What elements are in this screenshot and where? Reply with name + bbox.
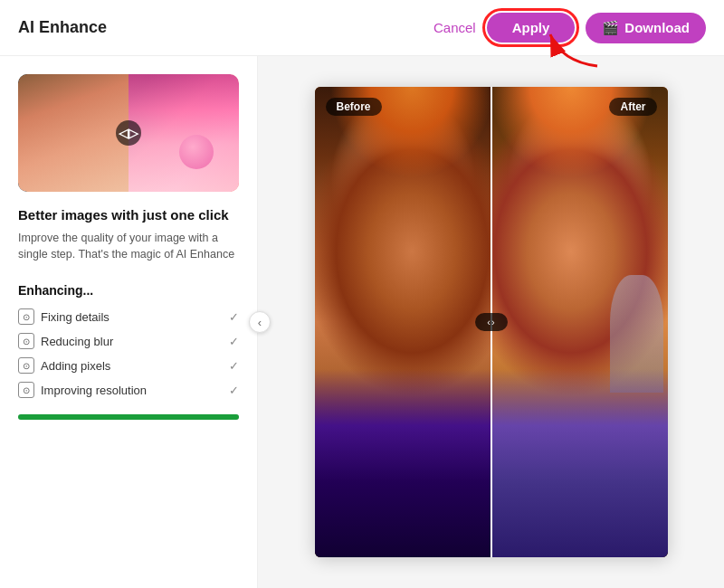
collapse-sidebar-button[interactable]: ‹ [249, 311, 271, 333]
handle-right-icon: › [491, 317, 495, 327]
step-check-pixels: ✓ [229, 359, 239, 373]
download-label: Download [624, 20, 690, 35]
compare-handle[interactable]: ‹ › [475, 313, 508, 331]
bubble-gum [179, 135, 214, 169]
sidebar-desc: Improve the quality of your image with a… [18, 230, 239, 264]
compare-wrapper[interactable]: Before After ‹ › [315, 87, 668, 557]
main-content: Before After ‹ › [258, 56, 724, 588]
cancel-button[interactable]: Cancel [433, 20, 476, 35]
step-label-blur: Reducing blur [41, 335, 113, 348]
step-icon-pixels: ⊙ [18, 357, 34, 374]
list-item: ⊙ Improving resolution ✓ [18, 382, 239, 398]
compare-before-panel [315, 87, 491, 557]
step-left: ⊙ Improving resolution [18, 382, 147, 398]
apply-button[interactable]: Apply [487, 13, 576, 43]
step-left: ⊙ Fixing details [18, 308, 110, 325]
enhancing-title: Enhancing... [18, 283, 239, 298]
before-jacket [315, 369, 491, 557]
compare-after-panel [491, 87, 668, 557]
preview-before [18, 74, 129, 192]
progress-bar-track [18, 414, 239, 420]
download-button[interactable]: 🎬 Download [586, 13, 706, 43]
step-left: ⊙ Adding pixels [18, 357, 110, 374]
page-title: AI Enhance [18, 18, 107, 37]
step-label-fixing: Fixing details [41, 310, 110, 324]
after-label: After [609, 98, 656, 116]
step-list: ⊙ Fixing details ✓ ⊙ Reducing blur ✓ ⊙ A… [18, 308, 239, 398]
step-icon-resolution: ⊙ [18, 382, 34, 398]
list-item: ⊙ Adding pixels ✓ [18, 357, 239, 374]
before-label: Before [326, 98, 382, 116]
progress-bar-fill [18, 414, 239, 420]
step-left: ⊙ Reducing blur [18, 333, 113, 349]
main-layout: ◁▷ Better images with just one click Imp… [0, 56, 724, 588]
preview-divider-icon: ◁▷ [116, 120, 141, 146]
step-label-pixels: Adding pixels [41, 359, 110, 373]
chevron-left-icon: ‹ [258, 316, 262, 329]
header: AI Enhance Cancel Apply 🎬 Download [0, 0, 724, 56]
preview-after [129, 74, 239, 192]
header-actions: Cancel Apply 🎬 Download [433, 13, 706, 43]
list-item: ⊙ Reducing blur ✓ [18, 333, 239, 349]
sidebar-headline: Better images with just one click [18, 206, 239, 224]
list-item: ⊙ Fixing details ✓ [18, 308, 239, 325]
preview-image: ◁▷ [18, 74, 239, 192]
sidebar: ◁▷ Better images with just one click Imp… [0, 56, 258, 588]
step-icon-blur: ⊙ [18, 333, 34, 349]
step-check-fixing: ✓ [229, 310, 239, 324]
download-icon: 🎬 [602, 20, 619, 36]
step-label-resolution: Improving resolution [41, 384, 147, 397]
after-jacket [491, 369, 668, 557]
step-check-resolution: ✓ [229, 384, 239, 397]
step-check-blur: ✓ [229, 335, 239, 348]
step-icon-fixing: ⊙ [18, 308, 34, 325]
handle-left-icon: ‹ [487, 317, 491, 327]
